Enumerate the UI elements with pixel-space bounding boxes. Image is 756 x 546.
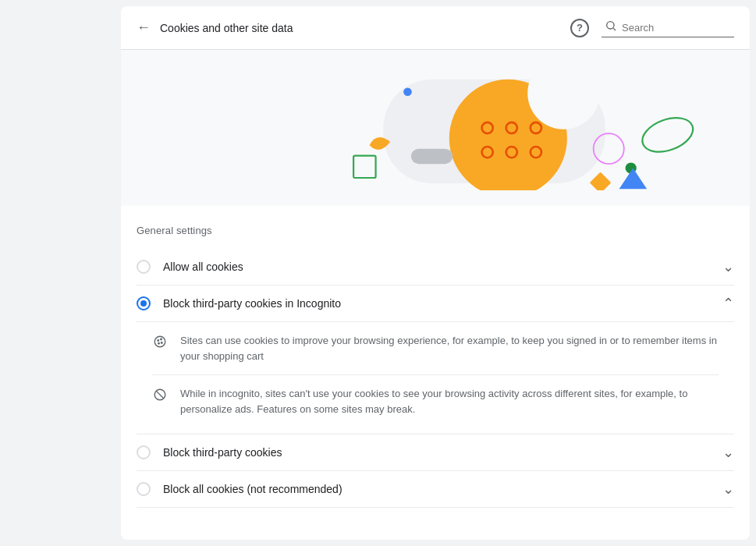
radio-btn-allow-all: [137, 260, 151, 274]
search-icon: [605, 20, 617, 35]
svg-point-19: [154, 336, 165, 347]
svg-point-15: [637, 112, 697, 158]
radio-option-block-incognito[interactable]: Block third-party cookies in Incognito ⌃: [137, 285, 734, 322]
radio-label-block-third-party: Block third-party cookies: [163, 446, 722, 459]
svg-point-22: [158, 343, 160, 345]
settings-area: General settings Allow all cookies ⌄ Blo…: [121, 206, 750, 508]
chevron-up-icon-block-incognito[interactable]: ⌃: [722, 295, 734, 312]
radio-btn-block-incognito: [137, 296, 151, 310]
svg-line-25: [156, 391, 164, 399]
header: ← Cookies and other site data ?: [121, 6, 750, 50]
radio-btn-block-all: [137, 482, 151, 496]
expanded-item-block: While in incognito, sites can't use your…: [152, 375, 719, 427]
svg-marker-18: [619, 168, 648, 190]
radio-option-block-all[interactable]: Block all cookies (not recommended) ⌄: [137, 471, 734, 508]
svg-rect-12: [411, 149, 453, 165]
radio-label-block-all: Block all cookies (not recommended): [163, 483, 722, 495]
svg-point-23: [161, 342, 163, 344]
radio-option-block-third-party[interactable]: Block third-party cookies ⌄: [137, 434, 734, 471]
radio-btn-block-third-party: [137, 445, 151, 459]
page-title: Cookies and other site data: [160, 22, 570, 34]
svg-rect-13: [353, 156, 375, 178]
search-input[interactable]: [622, 22, 715, 34]
expanded-text-block: While in incognito, sites can't use your…: [180, 386, 719, 417]
help-icon[interactable]: ?: [570, 19, 589, 37]
radio-label-block-incognito: Block third-party cookies in Incognito: [163, 297, 722, 310]
chevron-down-icon-allow-all[interactable]: ⌄: [722, 258, 734, 275]
chevron-down-icon-block-third-party[interactable]: ⌄: [722, 444, 734, 461]
settings-title: General settings: [137, 225, 734, 236]
search-container: [602, 18, 734, 37]
page-wrapper: ← Cookies and other site data ?: [0, 0, 756, 546]
svg-rect-17: [590, 172, 612, 190]
radio-option-allow-all[interactable]: Allow all cookies ⌄: [137, 249, 734, 285]
sidebar: [0, 0, 121, 546]
expanded-content: Sites can use cookies to improve your br…: [137, 322, 734, 434]
svg-point-11: [403, 87, 412, 96]
expanded-text-cookie: Sites can use cookies to improve your br…: [180, 333, 719, 363]
svg-line-1: [613, 28, 616, 30]
cookie-icon: [152, 334, 168, 349]
header-actions: ?: [570, 18, 734, 37]
cookie-illustration: [121, 50, 750, 206]
svg-point-21: [161, 339, 162, 340]
expanded-item-cookie: Sites can use cookies to improve your br…: [152, 322, 719, 374]
svg-point-20: [158, 340, 159, 342]
back-button[interactable]: ←: [137, 20, 151, 36]
chevron-down-icon-block-all[interactable]: ⌄: [722, 480, 734, 498]
block-icon: [152, 387, 168, 402]
main-content: ← Cookies and other site data ?: [121, 6, 750, 540]
svg-point-0: [607, 22, 614, 29]
radio-label-allow-all: Allow all cookies: [163, 261, 722, 273]
